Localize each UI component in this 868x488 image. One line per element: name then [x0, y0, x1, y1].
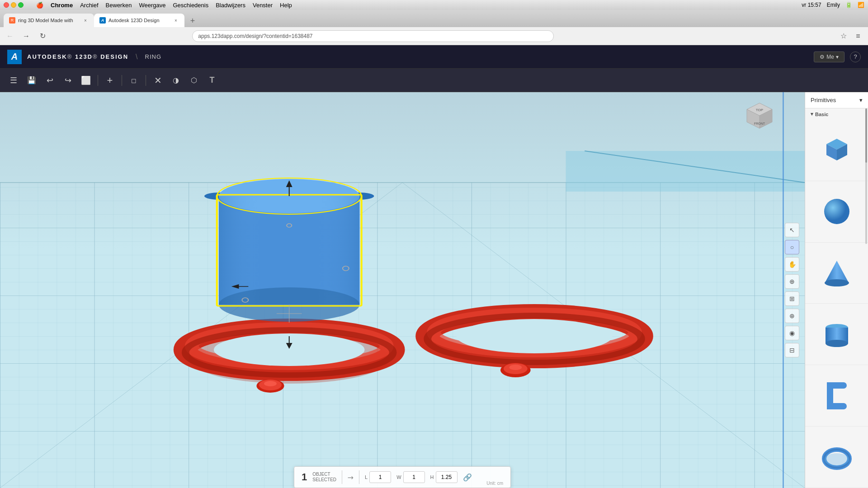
- add-button[interactable]: +: [102, 72, 118, 89]
- address-input[interactable]: apps.123dapp.com/design/?contentid=16384…: [192, 30, 554, 42]
- scroll-thumb[interactable]: [865, 108, 867, 163]
- scroll-indicator[interactable]: [865, 108, 867, 244]
- menubar-weergave[interactable]: Weergave: [139, 2, 165, 9]
- statusbar: 1 OBJECT SELECTED ↗ L W H 🔗 Unit: cm: [294, 466, 511, 488]
- box-button[interactable]: ⬜: [78, 72, 94, 89]
- menu-button[interactable]: ☰: [5, 72, 22, 89]
- undo-icon: ↩: [47, 75, 53, 85]
- back-button[interactable]: ←: [4, 30, 16, 42]
- l-label: L: [365, 474, 368, 480]
- addressbar: ← → ↻ apps.123dapp.com/design/?contentid…: [0, 27, 868, 45]
- material-button[interactable]: ◑: [168, 72, 184, 89]
- bookmark-icon[interactable]: ☆: [837, 30, 850, 42]
- redo-icon: ↪: [65, 75, 71, 85]
- menubar-help[interactable]: Help: [280, 2, 292, 9]
- object-label-line2: SELECTED: [312, 477, 336, 483]
- tab-favicon-1: R: [9, 17, 15, 23]
- svg-text:FRONT: FRONT: [754, 122, 765, 125]
- tab-title-2: Autodesk 123D Design: [108, 18, 170, 23]
- new-tab-button[interactable]: +: [186, 14, 199, 27]
- primitive-bracket[interactable]: [805, 365, 868, 427]
- h-input[interactable]: [436, 471, 458, 483]
- forward-button[interactable]: →: [20, 30, 33, 42]
- menubar-archief[interactable]: Archief: [80, 2, 98, 9]
- redo-button[interactable]: ↪: [60, 72, 76, 89]
- address-right-icons: ☆ ≡: [837, 30, 864, 42]
- pan-tool[interactable]: ✋: [785, 257, 799, 272]
- sketch-icon: ◻: [131, 77, 137, 84]
- minimize-button[interactable]: [11, 2, 16, 8]
- group-icon: ⬡: [191, 76, 197, 84]
- orbit-tool[interactable]: ○: [785, 240, 799, 254]
- save-icon: 💾: [27, 76, 36, 84]
- help-icon: ?: [854, 53, 857, 60]
- diagonal-arrow-icon: ↗: [345, 472, 356, 483]
- l-field: L: [365, 471, 391, 483]
- primitive-cylinder[interactable]: [805, 304, 868, 365]
- side-tools: ↖ ○ ✋ ⊕ ⊞ ⊕ ◉ ⊟: [785, 223, 799, 357]
- tab-ring-3d[interactable]: R ring 3D Model Made with ×: [4, 14, 94, 27]
- tab-autodesk[interactable]: A Autodesk 123D Design ×: [94, 14, 184, 27]
- group-button[interactable]: ⬡: [186, 72, 202, 89]
- add-icon: +: [107, 75, 113, 86]
- tab-title-1: ring 3D Model Made with: [18, 18, 80, 23]
- box-icon: ⬜: [81, 75, 91, 85]
- menubar-battery: 🔋: [845, 2, 852, 8]
- viewcube[interactable]: TOP FRONT: [741, 99, 778, 136]
- menubar-venster[interactable]: Venster: [253, 2, 273, 9]
- status-sep-2: [359, 470, 359, 484]
- unit-label: Unit: cm: [486, 481, 503, 486]
- primitive-sphere[interactable]: [805, 181, 868, 243]
- h-field: H: [430, 471, 458, 483]
- help-button[interactable]: ?: [850, 52, 861, 62]
- grid-tool[interactable]: ⊟: [785, 343, 799, 357]
- maximize-button[interactable]: [18, 2, 24, 8]
- select-tool[interactable]: ↖: [785, 223, 799, 237]
- transform-button[interactable]: ✕: [150, 72, 166, 89]
- menubar-apple[interactable]: 🍎: [36, 2, 43, 9]
- menubar-geschiedenis[interactable]: Geschiedenis: [173, 2, 208, 9]
- section-label: Basic: [815, 112, 828, 117]
- close-button[interactable]: [4, 2, 9, 8]
- primitive-box[interactable]: [805, 120, 868, 181]
- svg-point-54: [825, 279, 849, 286]
- sketch-button[interactable]: ◻: [126, 72, 142, 89]
- text-button[interactable]: T: [204, 72, 220, 89]
- menubar-bewerken[interactable]: Bewerken: [106, 2, 132, 9]
- primitive-torus[interactable]: [805, 427, 868, 488]
- svg-text:TOP: TOP: [756, 108, 763, 112]
- undo-button[interactable]: ↩: [42, 72, 58, 89]
- primitive-cone[interactable]: [805, 243, 868, 304]
- section-arrow: ▾: [811, 111, 813, 117]
- text-icon: T: [210, 75, 215, 85]
- link-icon[interactable]: 🔗: [463, 473, 472, 482]
- svg-point-14: [264, 381, 277, 386]
- svg-point-38: [457, 319, 613, 353]
- main-area: TOP FRONT ↖ ○ ✋ ⊕ ⊞ ⊕ ◉ ⊟ 1 OBJECT SELEC…: [0, 92, 868, 488]
- zoom-tool[interactable]: ⊕: [785, 274, 799, 289]
- chrome-menu-icon[interactable]: ≡: [852, 30, 864, 42]
- viewport[interactable]: TOP FRONT ↖ ○ ✋ ⊕ ⊞ ⊕ ◉ ⊟ 1 OBJECT SELEC…: [0, 92, 805, 488]
- transform-icon: ✕: [154, 75, 162, 86]
- panel-chevron[interactable]: ▾: [859, 97, 863, 103]
- fit-tool[interactable]: ⊞: [785, 291, 799, 306]
- gear-icon: ⚙: [820, 54, 825, 60]
- reload-button[interactable]: ↻: [36, 30, 49, 42]
- window-controls: [4, 2, 25, 8]
- tab-close-2[interactable]: ×: [173, 17, 179, 23]
- object-count: 1: [302, 471, 307, 483]
- w-input[interactable]: [403, 471, 425, 483]
- zoomin-tool[interactable]: ⊕: [785, 309, 799, 323]
- svg-point-57: [826, 340, 848, 347]
- tab-close-1[interactable]: ×: [82, 17, 89, 23]
- svg-point-42: [509, 365, 522, 370]
- menubar-chrome[interactable]: Chrome: [51, 2, 73, 9]
- l-input[interactable]: [369, 471, 391, 483]
- w-field: W: [396, 471, 425, 483]
- view-tool[interactable]: ◉: [785, 326, 799, 340]
- me-button[interactable]: ⚙ Me ▾: [814, 52, 844, 62]
- menubar-bladwijzers[interactable]: Bladwijzers: [216, 2, 245, 9]
- svg-point-52: [824, 199, 849, 224]
- primitives-grid: [805, 120, 868, 488]
- save-button[interactable]: 💾: [24, 72, 40, 89]
